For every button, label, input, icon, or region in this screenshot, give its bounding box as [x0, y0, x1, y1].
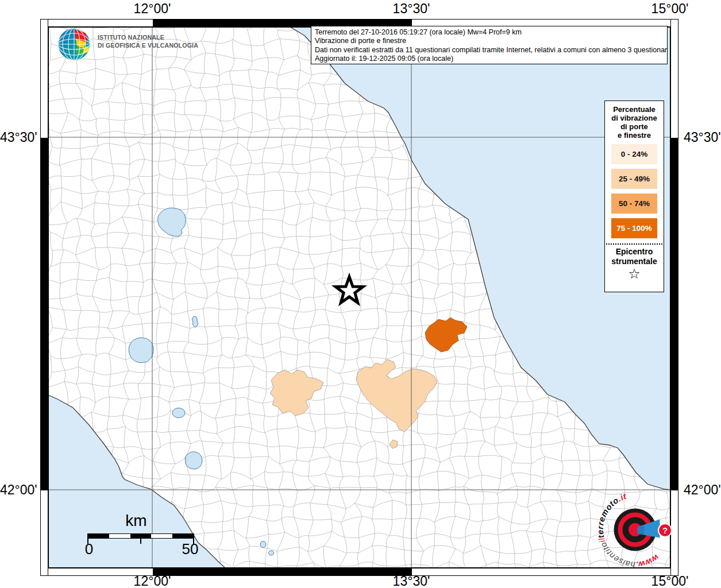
ingv-globe-icon — [56, 26, 92, 62]
lon-label-top-12: 12°00' — [118, 1, 187, 17]
legend-class-50-74: 50 - 74% — [611, 194, 657, 214]
legend-class-0-24: 0 - 24% — [611, 144, 657, 164]
ingv-name-line1: ISTITUTO NAZIONALE — [98, 33, 198, 41]
legend-title-line: e finestre — [605, 131, 664, 140]
legend-box: Percentuale di vibrazione di porte e fin… — [604, 100, 664, 292]
frame-left — [40, 19, 48, 576]
lat-label-right-42: 42°00' — [684, 482, 721, 498]
legend-class-25-49: 25 - 49% — [611, 169, 657, 189]
lon-label-top-1330: 13°30' — [377, 1, 446, 17]
event-info-line: Aggiornato il: 19-12-2025 09:05 (ora loc… — [315, 55, 664, 63]
ingv-name-line2: DI GEOFISICA E VULCANOLOGIA — [98, 41, 198, 49]
scalebar-unit: km — [113, 512, 159, 530]
legend-epicenter-line: strumentale — [605, 257, 664, 266]
legend-title-line: di vibrazione — [605, 114, 664, 122]
epicenter-star-icon: ☆ — [605, 266, 664, 281]
logo-question-mark: ? — [662, 525, 668, 535]
ingv-logo: ISTITUTO NAZIONALE DI GEOFISICA E VULCAN… — [56, 26, 240, 63]
event-info-box: Terremoto del 27-10-2016 05:19:27 (ora l… — [311, 26, 668, 64]
lat-label-right-4330: 43°30' — [684, 130, 721, 145]
scalebar-start: 0 — [76, 540, 102, 558]
scalebar-end: 50 — [178, 540, 203, 558]
event-info-line: Terremoto del 27-10-2016 05:19:27 (ora l… — [315, 28, 664, 37]
lon-label-bottom-1330: 13°30' — [377, 574, 446, 588]
legend-class-75-100: 75 - 100% — [611, 218, 657, 238]
legend-title-line: Percentuale — [605, 105, 664, 114]
event-info-line: Dati non verificati estratti da 11 quest… — [315, 46, 664, 55]
lon-label-bottom-15: 15°00' — [635, 574, 704, 588]
legend-divider — [606, 243, 662, 245]
lat-label-left-42: 42°00' — [0, 482, 36, 498]
lat-label-left-4330: 43°30' — [0, 130, 36, 145]
lon-label-top-15: 15°00' — [635, 1, 704, 17]
scalebar — [87, 533, 194, 539]
legend-epicenter-line: Epicentro — [605, 247, 664, 257]
map-canvas[interactable] — [48, 27, 670, 568]
haisentitoilterremoto-logo[interactable]: ? www.haisentitoilterremoto.it — [593, 488, 677, 571]
legend-title-line: di porte — [605, 122, 664, 131]
lon-label-bottom-12: 12°00' — [118, 574, 187, 588]
event-info-line: Vibrazione di porte e finestre — [315, 37, 664, 45]
